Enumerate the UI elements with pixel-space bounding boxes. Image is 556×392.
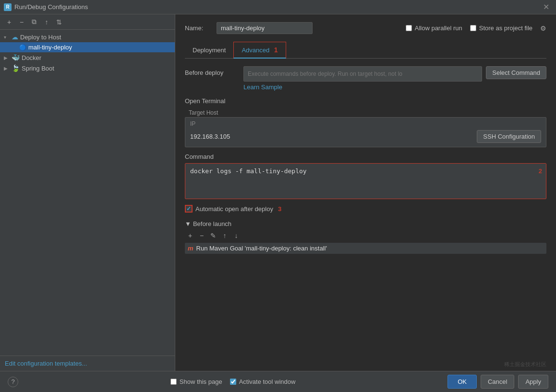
activate-tool-group: Activate tool window: [230, 378, 296, 385]
tab-step-badge: 1: [274, 46, 278, 54]
tree-label-mall-tiny-deploy: mall-tiny-deploy: [28, 44, 72, 51]
ip-label: IP: [185, 118, 546, 128]
auto-open-label: Automatic open after deploy: [195, 205, 273, 213]
title-bar: R Run/Debug Configurations ✕: [0, 0, 556, 14]
tree-label-spring-boot: Spring Boot: [22, 65, 54, 72]
deploy-icon: 🔵: [19, 44, 26, 51]
auto-open-row: ✓ Automatic open after deploy 3: [185, 205, 546, 213]
command-label: Command: [185, 153, 546, 160]
auto-open-step: 3: [278, 205, 281, 213]
ssh-configuration-button[interactable]: SSH Configuration: [477, 130, 541, 143]
bl-move-up-button[interactable]: ↑: [219, 230, 230, 241]
expand-arrow-deploy: ▾: [4, 35, 10, 40]
activate-tool-checkbox[interactable]: [230, 379, 236, 385]
tree-label-docker: Docker: [22, 54, 41, 61]
auto-open-checkbox[interactable]: ✓: [185, 205, 193, 213]
tree-item-mall-tiny-deploy[interactable]: 🔵 mall-tiny-deploy: [0, 42, 175, 52]
target-host-label: Target Host: [185, 108, 546, 117]
command-step-badge: 2: [539, 167, 542, 175]
expand-arrow-spring: ▶: [4, 66, 10, 71]
bl-add-button[interactable]: +: [185, 230, 195, 241]
cloud-icon: ☁: [12, 33, 18, 41]
cancel-button[interactable]: Cancel: [481, 375, 514, 389]
bottom-bar: ? Show this page Activate tool window OK…: [0, 371, 556, 392]
store-project-checkbox[interactable]: [470, 25, 476, 31]
copy-config-button[interactable]: ⧉: [29, 17, 39, 27]
maven-row: m Run Maven Goal 'mall-tiny-deploy: clea…: [185, 243, 546, 254]
window-title: Run/Debug Configurations: [14, 3, 88, 11]
before-deploy-input-row: Select Command: [243, 66, 546, 82]
show-page-group: Show this page: [170, 378, 222, 385]
left-bottom: Edit configuration templates...: [0, 356, 175, 371]
left-toolbar: + − ⧉ ↑ ⇅: [0, 14, 175, 30]
main-content: + − ⧉ ↑ ⇅ ▾ ☁ Deploy to Host 🔵 mall-tiny…: [0, 14, 556, 371]
learn-sample-link[interactable]: Learn Sample: [243, 83, 546, 91]
tree-label-deploy-to-host: Deploy to Host: [20, 34, 61, 41]
edit-templates-link[interactable]: Edit configuration templates...: [5, 360, 87, 367]
ok-button[interactable]: OK: [447, 375, 477, 389]
tree-item-spring-boot[interactable]: ▶ 🍃 Spring Boot: [0, 63, 175, 73]
gear-icon[interactable]: ⚙: [540, 24, 546, 32]
command-textarea[interactable]: docker logs -f mall-tiny-deploy: [185, 164, 546, 197]
before-deploy-row: Before deploy Select Command Learn Sampl…: [185, 66, 546, 91]
name-input[interactable]: [217, 22, 313, 34]
store-project-group: Store as project file: [470, 24, 532, 32]
before-launch-arrow: ▼: [185, 220, 191, 227]
before-launch-label: Before launch: [193, 220, 231, 227]
before-launch-header[interactable]: ▼ Before launch: [185, 220, 546, 227]
name-label: Name:: [185, 24, 209, 32]
maven-icon: m: [188, 245, 193, 252]
allow-parallel-checkbox[interactable]: [406, 25, 412, 31]
checkmark-icon: ✓: [186, 205, 191, 212]
spring-icon: 🍃: [12, 64, 20, 72]
sort-config-button[interactable]: ⇅: [54, 17, 64, 27]
ip-row: 192.168.3.105 SSH Configuration: [185, 128, 546, 147]
tree-item-deploy-to-host[interactable]: ▾ ☁ Deploy to Host: [0, 32, 175, 42]
host-box: IP 192.168.3.105 SSH Configuration: [185, 117, 546, 147]
app-icon: R: [4, 3, 12, 11]
allow-parallel-label: Allow parallel run: [415, 24, 462, 32]
title-bar-left: R Run/Debug Configurations: [4, 3, 88, 11]
config-tree: ▾ ☁ Deploy to Host 🔵 mall-tiny-deploy ▶ …: [0, 30, 175, 356]
select-command-button[interactable]: Select Command: [486, 66, 546, 79]
before-deploy-input[interactable]: [243, 66, 482, 82]
activate-tool-label: Activate tool window: [239, 378, 296, 385]
bl-move-down-button[interactable]: ↓: [231, 230, 242, 241]
add-config-button[interactable]: +: [4, 17, 14, 27]
tab-deployment[interactable]: Deployment: [185, 43, 233, 59]
bl-edit-button[interactable]: ✎: [208, 230, 218, 241]
bottom-buttons: OK Cancel Apply: [447, 375, 548, 389]
open-terminal-label: Open Terminal: [185, 97, 546, 105]
expand-arrow-docker: ▶: [4, 55, 10, 60]
left-panel: + − ⧉ ↑ ⇅ ▾ ☁ Deploy to Host 🔵 mall-tiny…: [0, 14, 175, 371]
before-launch-section: ▼ Before launch + − ✎ ↑ ↓ m Run Maven Go…: [185, 220, 546, 254]
allow-parallel-group: Allow parallel run: [406, 24, 462, 32]
bottom-left: ?: [8, 377, 18, 387]
show-page-checkbox[interactable]: [170, 379, 177, 385]
before-deploy-label: Before deploy: [185, 66, 238, 76]
name-row-right: Allow parallel run Store as project file…: [406, 24, 546, 32]
maven-text: Run Maven Goal 'mall-tiny-deploy: clean …: [196, 245, 327, 252]
tabs-row: Deployment Advanced 1: [185, 42, 546, 59]
bl-remove-button[interactable]: −: [196, 230, 207, 241]
store-project-label: Store as project file: [479, 24, 532, 32]
remove-config-button[interactable]: −: [16, 17, 27, 27]
tree-item-docker[interactable]: ▶ 🐳 Docker: [0, 52, 175, 63]
docker-icon: 🐳: [12, 54, 20, 61]
ip-value: 192.168.3.105: [190, 133, 473, 140]
move-config-button[interactable]: ↑: [41, 17, 52, 27]
bottom-checkboxes: Show this page Activate tool window: [170, 378, 296, 385]
show-page-label: Show this page: [180, 378, 222, 385]
help-button[interactable]: ?: [8, 377, 18, 387]
before-deploy-area: Select Command Learn Sample: [243, 66, 546, 91]
right-panel: Name: Allow parallel run Store as projec…: [175, 14, 556, 371]
tab-advanced[interactable]: Advanced 1: [233, 42, 286, 59]
apply-button[interactable]: Apply: [518, 375, 548, 389]
command-textarea-wrapper: docker logs -f mall-tiny-deploy 2: [185, 163, 546, 199]
before-launch-toolbar: + − ✎ ↑ ↓: [185, 230, 546, 241]
close-button[interactable]: ✕: [540, 1, 552, 12]
name-row: Name: Allow parallel run Store as projec…: [185, 22, 546, 34]
